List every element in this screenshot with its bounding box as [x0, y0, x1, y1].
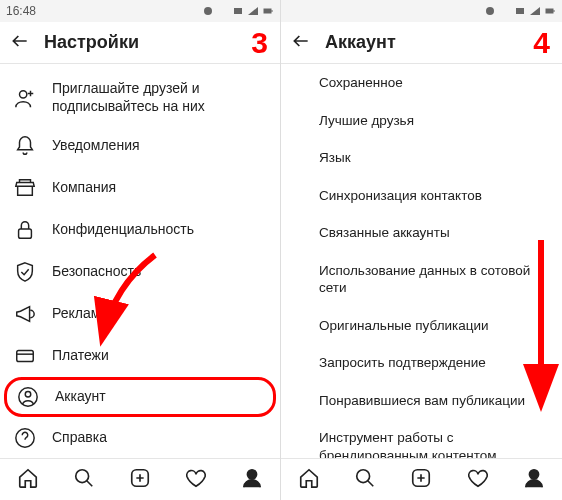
card-icon [14, 345, 36, 367]
nav-activity[interactable] [185, 467, 207, 493]
lock-icon [14, 219, 36, 241]
svg-point-11 [76, 469, 89, 482]
nav-activity[interactable] [467, 467, 489, 493]
label: Понравившиеся вам публикации [319, 393, 525, 408]
label: Язык [319, 150, 351, 165]
account-item-liked-posts[interactable]: Понравившиеся вам публикации [281, 382, 562, 420]
account-item-saved[interactable]: Сохраненное [281, 64, 562, 102]
settings-item-security[interactable]: Безопасность [0, 251, 280, 293]
settings-item-business[interactable]: Компания [0, 167, 280, 209]
user-circle-icon [17, 386, 39, 408]
arrow-left-icon [10, 31, 30, 51]
settings-item-payments[interactable]: Платежи [0, 335, 280, 377]
label: Платежи [52, 347, 266, 365]
account-item-close-friends[interactable]: Лучшие друзья [281, 102, 562, 140]
status-bar [281, 0, 562, 22]
status-bar: 16:48 [0, 0, 280, 22]
svg-rect-15 [516, 8, 524, 14]
svg-point-13 [247, 469, 256, 478]
label: Сохраненное [319, 75, 403, 90]
nav-profile[interactable] [523, 467, 545, 493]
svg-rect-2 [264, 9, 272, 14]
svg-point-4 [20, 90, 27, 97]
nav-home[interactable] [298, 467, 320, 493]
heart-icon [185, 467, 207, 489]
add-icon [410, 467, 432, 489]
status-time: 16:48 [6, 4, 36, 18]
store-icon [14, 177, 36, 199]
settings-item-ads[interactable]: Реклама [0, 293, 280, 335]
settings-item-account[interactable]: Аккаунт [4, 377, 276, 417]
label: Уведомления [52, 137, 266, 155]
nav-search[interactable] [73, 467, 95, 493]
megaphone-icon [14, 303, 36, 325]
account-item-branded-content[interactable]: Инструмент работы с брендированным конте… [281, 419, 562, 458]
svg-rect-1 [234, 8, 242, 14]
account-item-linked-accounts[interactable]: Связанные аккаунты [281, 214, 562, 252]
settings-item-privacy[interactable]: Конфиденциальность [0, 209, 280, 251]
bottom-nav [0, 458, 280, 500]
header: Аккаунт 4 [281, 22, 562, 64]
heart-icon [467, 467, 489, 489]
label: Запросить подтверждение [319, 355, 486, 370]
account-item-request-verification[interactable]: Запросить подтверждение [281, 344, 562, 382]
home-icon [298, 467, 320, 489]
status-icons [202, 5, 274, 17]
nav-home[interactable] [17, 467, 39, 493]
label: Синхронизация контактов [319, 188, 482, 203]
label: Оригинальные публикации [319, 318, 489, 333]
step-number: 4 [533, 26, 550, 60]
account-item-cellular-data[interactable]: Использование данных в сотовой сети [281, 252, 562, 307]
step-number: 3 [251, 26, 268, 60]
account-item-original-posts[interactable]: Оригинальные публикации [281, 307, 562, 345]
screen-account: Аккаунт 4 Сохраненное Лучшие друзья Язык… [281, 0, 562, 500]
svg-point-20 [529, 469, 538, 478]
label: Безопасность [52, 263, 266, 281]
bell-icon [14, 135, 36, 157]
settings-item-notifications[interactable]: Уведомления [0, 125, 280, 167]
page-title: Аккаунт [325, 32, 396, 53]
label: Связанные аккаунты [319, 225, 450, 240]
nav-add[interactable] [410, 467, 432, 493]
label: Компания [52, 179, 266, 197]
profile-icon [523, 467, 545, 489]
settings-item-help[interactable]: Справка [0, 417, 280, 458]
account-item-language[interactable]: Язык [281, 139, 562, 177]
svg-rect-5 [19, 229, 32, 238]
account-item-contacts-sync[interactable]: Синхронизация контактов [281, 177, 562, 215]
back-button[interactable] [291, 31, 311, 55]
person-add-icon [14, 87, 36, 109]
settings-item-invite[interactable]: Приглашайте друзей и подписывайтесь на н… [0, 70, 280, 125]
svg-point-8 [25, 392, 31, 398]
shield-icon [14, 261, 36, 283]
svg-point-0 [204, 7, 212, 15]
search-icon [354, 467, 376, 489]
add-icon [129, 467, 151, 489]
nav-add[interactable] [129, 467, 151, 493]
label: Приглашайте друзей и подписывайтесь на н… [52, 80, 266, 115]
label: Аккаунт [55, 388, 263, 406]
back-button[interactable] [10, 31, 30, 55]
screen-settings: 16:48 Настройки 3 Приглашайте друзей и п… [0, 0, 281, 500]
label: Использование данных в сотовой сети [319, 263, 530, 296]
help-icon [14, 427, 36, 449]
search-icon [73, 467, 95, 489]
home-icon [17, 467, 39, 489]
account-list: Сохраненное Лучшие друзья Язык Синхрониз… [281, 64, 562, 458]
label: Лучшие друзья [319, 113, 414, 128]
label: Конфиденциальность [52, 221, 266, 239]
settings-list: Приглашайте друзей и подписывайтесь на н… [0, 64, 280, 458]
svg-rect-17 [554, 10, 555, 12]
nav-profile[interactable] [241, 467, 263, 493]
label: Инструмент работы с брендированным конте… [319, 430, 497, 458]
bottom-nav [281, 458, 562, 500]
label: Справка [52, 429, 266, 447]
label: Реклама [52, 305, 266, 323]
header: Настройки 3 [0, 22, 280, 64]
nav-search[interactable] [354, 467, 376, 493]
svg-rect-6 [17, 351, 34, 362]
svg-point-18 [357, 469, 370, 482]
profile-icon [241, 467, 263, 489]
page-title: Настройки [44, 32, 139, 53]
svg-rect-16 [546, 9, 554, 14]
